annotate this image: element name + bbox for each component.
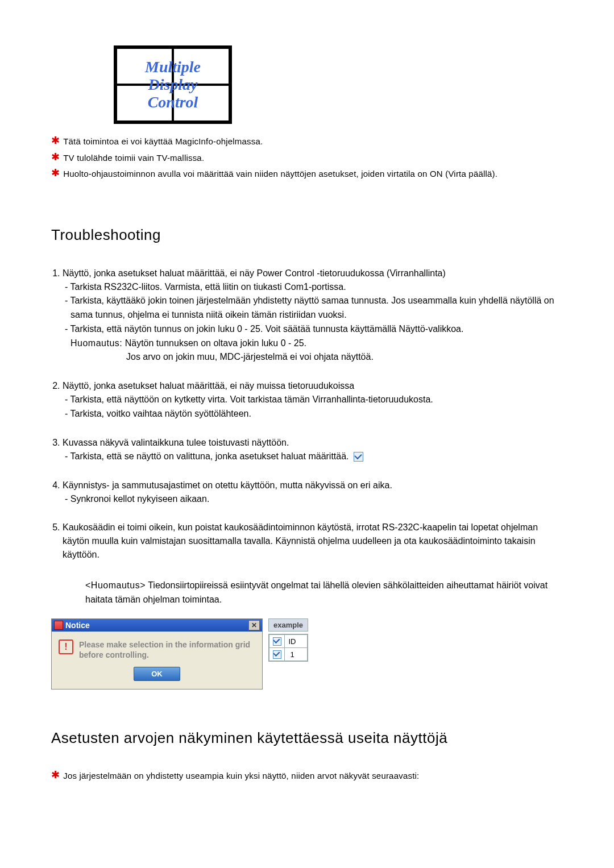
note-label: Huomautus: — [70, 338, 122, 348]
app-icon — [54, 621, 63, 630]
star-icon: ✱ — [51, 770, 60, 780]
logo-line2: Display — [148, 76, 197, 93]
sub-item: Tarkista, käyttääkö jokin toinen järjest… — [63, 294, 563, 322]
sub-item: Tarkista RS232C-liitos. Varmista, että l… — [63, 280, 563, 294]
example-table: ID 1 — [268, 634, 308, 662]
item-main: Näyttö, jonka asetukset haluat määrittää… — [63, 381, 354, 391]
notice-dialog: Notice ✕ ! Please make selection in the … — [51, 618, 263, 690]
close-button[interactable]: ✕ — [248, 620, 260, 630]
item-main: Kaukosäädin ei toimi oikein, kun poistat… — [63, 522, 538, 559]
header-id: ID — [285, 635, 300, 647]
checkbox-icon — [273, 637, 281, 646]
table-row: ID — [269, 635, 307, 648]
dialog-titlebar: Notice ✕ — [52, 619, 262, 632]
bottom-note: Jos järjestelmään on yhdistetty useampia… — [63, 770, 419, 783]
item-main: Näyttö, jonka asetukset haluat määrittää… — [63, 268, 446, 278]
table-row: 1 — [269, 648, 307, 661]
note-line: Jos arvo on jokin muu, MDC-järjestelmä e… — [63, 350, 563, 364]
dialog-title: Notice — [65, 621, 90, 630]
warning-icon: ! — [59, 639, 73, 654]
logo-line1: Multiple — [145, 58, 201, 76]
troubleshoot-list: Näyttö, jonka asetukset haluat määrittää… — [51, 267, 563, 562]
star-icon: ✱ — [51, 152, 60, 162]
after-note-text: Tiedonsiirtopiireissä esiintyvät ongelma… — [85, 580, 547, 604]
list-item: Kuvassa näkyvä valintaikkuna tulee toist… — [63, 436, 563, 464]
note-text: Tätä toimintoa ei voi käyttää MagicInfo-… — [63, 135, 263, 148]
after-note-label: <Huomautus> — [85, 580, 146, 590]
sub-item: Tarkista, voitko vaihtaa näytön syöttölä… — [63, 407, 563, 421]
list-item: Näyttö, jonka asetukset haluat määrittää… — [63, 379, 563, 421]
sub-item: Tarkista, että se näyttö on valittuna, j… — [63, 450, 563, 464]
logo-line3: Control — [148, 93, 198, 110]
dialog-message: Please make selection in the information… — [79, 639, 255, 660]
heading-multi-display: Asetusten arvojen näkyminen käytettäessä… — [51, 729, 563, 747]
ok-button[interactable]: OK — [134, 667, 180, 681]
example-label: example — [268, 618, 308, 632]
note-block: Huomautus: Näytön tunnuksen on oltava jo… — [63, 337, 563, 351]
sub-text: Tarkista, että se näyttö on valittuna, j… — [70, 451, 349, 461]
list-item: Käynnistys- ja sammutusajastimet on otet… — [63, 479, 563, 506]
note-line: Näytön tunnuksen on oltava jokin luku 0 … — [125, 338, 306, 348]
top-notes: ✱ Tätä toimintoa ei voi käyttää MagicInf… — [51, 135, 563, 181]
logo: Multiple Display Control — [114, 45, 563, 124]
close-icon: ✕ — [251, 621, 257, 629]
sub-item: Tarkista, että näyttöön on kytketty virt… — [63, 393, 563, 407]
sub-item: Tarkista, että näytön tunnus on jokin lu… — [63, 322, 563, 337]
note-text: TV tulolähde toimii vain TV-mallissa. — [63, 152, 204, 165]
example-block: example ID 1 — [268, 618, 308, 690]
item-main: Kuvassa näkyvä valintaikkuna tulee toist… — [63, 438, 289, 447]
heading-troubleshooting: Troubleshooting — [51, 226, 563, 244]
row-id: 1 — [285, 648, 300, 661]
checkbox-icon — [354, 452, 363, 462]
list-item: Näyttö, jonka asetukset haluat määrittää… — [63, 267, 563, 365]
after-note: <Huomautus> Tiedonsiirtopiireissä esiint… — [51, 579, 563, 607]
checkbox-icon — [273, 650, 281, 659]
star-icon: ✱ — [51, 135, 60, 146]
item-main: Käynnistys- ja sammutusajastimet on otet… — [63, 480, 392, 490]
sub-item: Synkronoi kellot nykyiseen aikaan. — [63, 492, 563, 506]
list-item: Kaukosäädin ei toimi oikein, kun poistat… — [63, 521, 563, 562]
note-text: Huolto-ohjaustoiminnon avulla voi määrit… — [63, 168, 497, 181]
star-icon: ✱ — [51, 168, 60, 178]
